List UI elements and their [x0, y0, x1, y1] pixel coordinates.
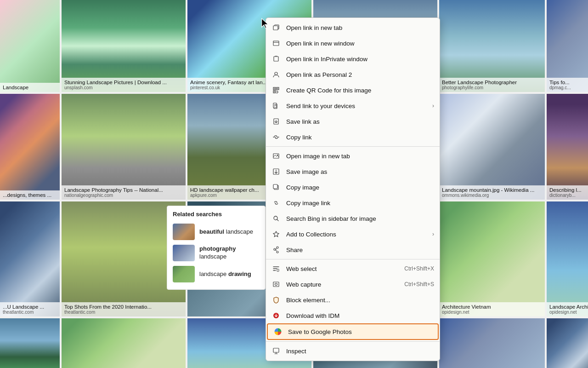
image-cell[interactable]: Landscape mountain.jpg - Wikimedia ... o…: [439, 94, 545, 200]
menu-divider: [266, 146, 440, 147]
menu-item-open-image-tab[interactable]: Open image in new tab: [266, 148, 440, 164]
menu-shortcut: Ctrl+Shift+S: [404, 281, 434, 288]
menu-item-download-idm[interactable]: Download with IDM: [266, 308, 440, 323]
copy-image-link-icon: [271, 198, 281, 207]
image-cell[interactable]: ...designs, themes ...: [0, 94, 60, 200]
image-cell[interactable]: [0, 318, 60, 368]
image-title: ...U Landscape ...: [3, 304, 57, 310]
image-cell[interactable]: Stunning Landscape Pictures | Download .…: [62, 0, 186, 92]
image-cell[interactable]: Describing l... dictionaryb...: [547, 94, 588, 200]
menu-item-add-collections[interactable]: Add to Collections ›: [266, 226, 440, 242]
copy-image-icon: [271, 183, 281, 192]
menu-item-web-capture[interactable]: Web capture Ctrl+Shift+S: [266, 276, 440, 292]
menu-label: Save image as: [286, 168, 434, 175]
open-personal-icon: [271, 70, 281, 79]
save-link-icon: [271, 117, 281, 126]
menu-item-copy-image-link[interactable]: Copy image link: [266, 195, 440, 211]
block-element-icon: [271, 295, 281, 305]
image-cell[interactable]: Architecture Vietnam opidesign.net: [439, 201, 545, 316]
menu-label: Send link to your devices: [286, 103, 427, 109]
menu-item-open-inprivate[interactable]: Open link in InPrivate window: [266, 51, 440, 67]
menu-shortcut: Ctrl+Shift+X: [404, 265, 434, 272]
menu-item-save-google-photos[interactable]: Save to Google Photos: [267, 323, 439, 340]
image-title: Architecture Vietnam: [442, 304, 542, 310]
image-title: Landscape Photography Tips -- National..…: [64, 187, 183, 193]
menu-item-save-link[interactable]: Save link as: [266, 114, 440, 129]
open-inprivate-icon: [271, 54, 281, 63]
related-item-beautiful[interactable]: beautiful landscape: [173, 221, 260, 242]
menu-label: Save to Google Photos: [288, 328, 432, 335]
svg-rect-19: [277, 269, 279, 271]
menu-item-share[interactable]: Share: [266, 242, 440, 258]
menu-label: Copy image link: [286, 200, 434, 207]
menu-divider: [266, 341, 440, 342]
svg-point-21: [275, 283, 277, 286]
menu-label: Open image in new tab: [286, 153, 434, 160]
share-icon: [271, 245, 281, 254]
svg-rect-2: [274, 57, 278, 61]
image-source: dpmag.c...: [549, 85, 588, 90]
image-source: theatlantic.com: [64, 310, 183, 315]
related-thumb: [173, 245, 195, 261]
image-source: opidesign.net: [549, 310, 588, 315]
menu-item-web-select[interactable]: Web select Ctrl+Shift+X: [266, 261, 440, 276]
menu-label: Search Bing in sidebar for image: [286, 215, 434, 222]
menu-item-save-image[interactable]: Save image as: [266, 164, 440, 179]
image-cell[interactable]: Landscape Photography Tips -- National..…: [62, 94, 186, 200]
image-title: Landscape: [3, 85, 57, 90]
svg-rect-0: [273, 26, 278, 30]
menu-item-copy-image[interactable]: Copy image: [266, 179, 440, 195]
menu-label: Create QR Code for this image: [286, 87, 434, 94]
image-cell[interactable]: Landscape Archi... opidesign.net: [547, 201, 588, 316]
svg-point-3: [275, 72, 277, 75]
search-bing-icon: [271, 214, 281, 223]
related-item-photography[interactable]: photographylandscape: [173, 242, 260, 264]
image-title: Top Shots From the 2020 Internatio...: [64, 304, 183, 310]
image-cell[interactable]: ...U Landscape ... theatlantic.com: [0, 201, 60, 316]
inspect-icon: [271, 346, 281, 356]
context-menu: Open link in new tab Open link in new wi…: [266, 17, 440, 361]
related-thumb: [173, 224, 195, 240]
image-title: Describing l...: [549, 187, 588, 193]
menu-item-open-personal[interactable]: Open link as Personal 2: [266, 67, 440, 82]
image-source: ommons.wikimedia.org: [442, 193, 542, 198]
image-cell[interactable]: [62, 318, 186, 368]
menu-label: Open link in new window: [286, 40, 434, 47]
menu-item-inspect[interactable]: Inspect: [266, 343, 440, 359]
image-cell[interactable]: [439, 318, 545, 368]
image-title: Stunning Landscape Pictures | Download .…: [64, 80, 183, 85]
menu-label: Download with IDM: [286, 312, 434, 319]
related-item-drawing[interactable]: landscape drawing: [173, 264, 260, 285]
menu-item-send-link[interactable]: Send link to your devices ›: [266, 98, 440, 114]
add-collections-icon: [271, 230, 281, 239]
menu-item-create-qr[interactable]: Create QR Code for this image: [266, 82, 440, 98]
image-title: ...designs, themes ...: [3, 192, 57, 198]
image-cell[interactable]: Landscape: [0, 0, 60, 92]
image-cell[interactable]: Better Landscape Photographer photograph…: [439, 0, 545, 92]
image-cell[interactable]: [547, 318, 588, 368]
submenu-arrow: ›: [432, 231, 434, 237]
menu-item-search-bing[interactable]: Search Bing in sidebar for image: [266, 211, 440, 226]
svg-rect-8: [277, 88, 278, 89]
image-title: Landscape mountain.jpg - Wikimedia ...: [442, 187, 542, 193]
menu-divider: [266, 259, 440, 259]
svg-rect-20: [273, 282, 279, 287]
menu-item-copy-link[interactable]: Copy link: [266, 129, 440, 145]
menu-label: Web capture: [286, 281, 399, 288]
image-cell[interactable]: Tips fo... dpmag.c...: [547, 0, 588, 92]
menu-label: Open link in InPrivate window: [286, 56, 434, 63]
open-new-window-icon: [271, 39, 281, 48]
image-source: theatlantic.com: [3, 310, 57, 315]
image-source: nationalgeographic.com: [64, 193, 183, 198]
related-text: photographylandscape: [199, 245, 236, 261]
copy-link-icon: [271, 132, 281, 142]
menu-item-block-element[interactable]: Block element...: [266, 292, 440, 308]
svg-rect-7: [274, 88, 275, 89]
open-image-icon: [271, 151, 281, 161]
svg-rect-23: [273, 348, 279, 352]
open-new-tab-icon: [271, 23, 281, 32]
menu-label: Save link as: [286, 118, 434, 125]
menu-item-open-new-tab[interactable]: Open link in new tab: [266, 20, 440, 35]
menu-label: Open link in new tab: [286, 24, 434, 31]
menu-item-open-new-window[interactable]: Open link in new window: [266, 35, 440, 51]
